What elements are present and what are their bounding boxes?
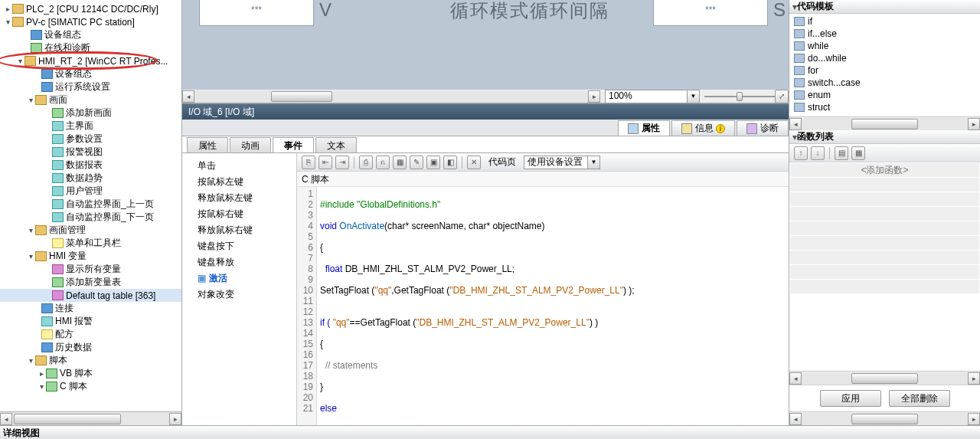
template-enum[interactable]: enum — [794, 89, 980, 101]
grid-row[interactable] — [790, 236, 979, 250]
toolbar-button[interactable]: ⎘ — [302, 156, 315, 169]
project-tree[interactable]: PLC_2 [CPU 1214C DC/DC/Rly] PV-c [SIMATI… — [0, 0, 181, 411]
scroll-thumb[interactable] — [851, 373, 918, 384]
chevron-down-icon[interactable]: ▼ — [687, 90, 699, 103]
tree-node[interactable]: 配方 — [0, 328, 181, 341]
scroll-right-button[interactable]: ▸ — [968, 372, 980, 385]
tree-node-hmitags[interactable]: HMI 变量 — [0, 250, 181, 263]
tree-node[interactable]: 历史数据 — [0, 341, 181, 354]
event-object-change[interactable]: 对象改变 — [182, 287, 296, 303]
indent-button[interactable]: ⇥ — [335, 156, 349, 169]
event-key-down[interactable]: 键盘按下 — [182, 238, 296, 254]
template-for[interactable]: for — [794, 64, 980, 77]
grid-row[interactable] — [790, 265, 979, 279]
move-down-button[interactable]: ↓ — [811, 146, 825, 160]
detail-view-header[interactable]: 详细视图 — [0, 425, 980, 439]
screen-canvas[interactable]: ***V 循环模式循环间隔 ***S ◂ ▸ 100%▼ ⤢ — [182, 0, 789, 104]
tree-node-pvc[interactable]: PV-c [SIMATIC PC station] — [0, 15, 181, 28]
right-panel-scrollbar[interactable]: ◂ ▸ — [789, 411, 980, 425]
scroll-thumb[interactable] — [14, 414, 121, 424]
outdent-button[interactable]: ⇤ — [318, 156, 332, 169]
scroll-right-button[interactable]: ▸ — [968, 118, 980, 130]
code-text-area[interactable]: 123456789101112131415161718192021 #inclu… — [297, 187, 789, 425]
inner-tab-text[interactable]: 文本 — [315, 137, 357, 152]
tree-node[interactable]: 参数设置 — [0, 133, 181, 146]
functions-scrollbar[interactable]: ◂ ▸ — [789, 371, 980, 385]
tree-node[interactable]: 设备组态 — [0, 67, 181, 80]
event-key-up[interactable]: 键盘释放 — [182, 254, 296, 270]
tree-node-devconf[interactable]: 设备组态 — [0, 28, 181, 41]
tab-properties[interactable]: 属性 — [618, 120, 670, 136]
scroll-left-button[interactable]: ◂ — [0, 413, 12, 425]
tree-node-vb[interactable]: VB 脚本 — [0, 367, 181, 380]
inner-tab-properties[interactable]: 属性 — [187, 137, 228, 152]
scroll-right-button[interactable]: ▸ — [968, 413, 980, 425]
inner-tab-events[interactable]: 事件 — [273, 137, 314, 152]
zoom-combo[interactable]: 100%▼ — [605, 90, 700, 103]
io-field-2[interactable]: ***S — [653, 0, 768, 26]
tree-node[interactable]: 连接 — [0, 302, 181, 315]
toolbar-button[interactable]: ◧ — [443, 156, 457, 169]
tree-node[interactable]: 数据报表 — [0, 159, 181, 172]
expand-button[interactable]: ▤ — [835, 146, 848, 160]
template-ifelse[interactable]: if...else — [794, 28, 980, 40]
template-struct[interactable]: struct — [794, 101, 980, 113]
inner-tab-animation[interactable]: 动画 — [230, 137, 271, 152]
tree-node-screenmgmt[interactable]: 画面管理 — [0, 224, 181, 237]
tree-node-default-tag-table[interactable]: Default tag table [363] — [0, 289, 181, 302]
zoom-fit-button[interactable]: ⤢ — [775, 90, 789, 103]
event-left-up[interactable]: 释放鼠标左键 — [182, 190, 296, 206]
template-dowhile[interactable]: do...while — [794, 52, 980, 64]
tree-node-hmi-rt2[interactable]: HMI_RT_2 [WinCC RT Profes... — [0, 54, 181, 67]
scroll-left-button[interactable]: ◂ — [789, 372, 802, 385]
event-activate[interactable]: 激活 — [182, 270, 296, 287]
tree-node[interactable]: 添加新画面 — [0, 106, 181, 120]
apply-button[interactable]: 应用 — [820, 390, 881, 407]
tree-node-c[interactable]: C 脚本 — [0, 380, 181, 393]
grid-row[interactable] — [790, 192, 979, 206]
scroll-thumb[interactable] — [271, 91, 332, 102]
tree-node-plc2[interactable]: PLC_2 [CPU 1214C DC/DC/Rly] — [0, 2, 181, 15]
tree-node[interactable]: HMI 报警 — [0, 315, 181, 328]
scroll-thumb[interactable] — [851, 414, 918, 424]
add-function-placeholder[interactable]: <添加函数> — [790, 163, 979, 177]
scroll-right-button[interactable]: ▸ — [588, 90, 600, 103]
tree-node[interactable]: 用户管理 — [0, 185, 181, 198]
code-templates-header[interactable]: 代码模板 — [789, 0, 980, 14]
template-while[interactable]: while — [794, 40, 980, 52]
templates-scrollbar[interactable]: ◂ ▸ — [789, 116, 980, 130]
io-field-1[interactable]: ***V — [199, 0, 314, 26]
collapse-button[interactable]: ▦ — [851, 146, 865, 160]
tree-node-online[interactable]: 在线和诊断 — [0, 41, 181, 54]
delete-button[interactable]: ✕ — [467, 156, 481, 169]
function-list-header[interactable]: 函数列表 — [789, 130, 980, 144]
scroll-left-button[interactable]: ◂ — [789, 413, 802, 425]
event-right-up[interactable]: 释放鼠标右键 — [182, 222, 296, 238]
tree-node[interactable]: 自动监控界面_下一页 — [0, 211, 181, 224]
toolbar-button[interactable]: ▦ — [393, 156, 407, 169]
event-left-down[interactable]: 按鼠标左键 — [182, 174, 296, 190]
toolbar-button[interactable]: ▣ — [426, 156, 440, 169]
slider-handle[interactable] — [737, 92, 743, 101]
tree-node[interactable]: 报警视图 — [0, 146, 181, 159]
tree-node[interactable]: 显示所有变量 — [0, 263, 181, 276]
event-right-down[interactable]: 按鼠标右键 — [182, 206, 296, 222]
function-list-grid[interactable]: <添加函数> — [789, 162, 980, 371]
tree-node[interactable]: 添加新变量表 — [0, 276, 181, 289]
chevron-down-icon[interactable]: ▼ — [587, 156, 599, 169]
scroll-thumb[interactable] — [851, 119, 918, 129]
tree-node[interactable]: 菜单和工具栏 — [0, 237, 181, 250]
tree-horizontal-scrollbar[interactable]: ◂ ▸ — [0, 411, 181, 425]
template-if[interactable]: if — [794, 15, 980, 28]
tree-node-screens[interactable]: 画面 — [0, 93, 181, 106]
scroll-left-button[interactable]: ◂ — [182, 90, 194, 103]
delete-all-button[interactable]: 全部删除 — [889, 390, 950, 407]
tab-diagnostics[interactable]: 诊断 — [737, 120, 789, 136]
tree-node[interactable]: 主界面 — [0, 120, 181, 133]
grid-row[interactable] — [790, 251, 979, 264]
tree-node[interactable]: 运行系统设置 — [0, 80, 181, 93]
grid-row[interactable] — [790, 178, 979, 192]
grid-row[interactable] — [790, 221, 979, 235]
scroll-left-button[interactable]: ◂ — [789, 118, 802, 130]
event-click[interactable]: 单击 — [182, 158, 296, 174]
